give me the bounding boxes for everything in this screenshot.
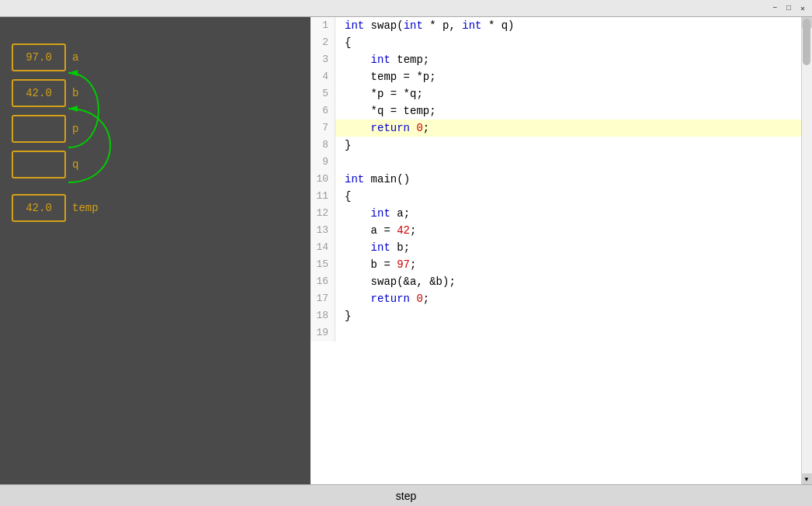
line-num-7: 7 — [311, 120, 335, 137]
left-panel: 97.0 a 42.0 b p q — [0, 17, 311, 484]
var-label-q: q — [72, 158, 78, 171]
var-label-b: b — [72, 87, 78, 99]
line-content-17: return 0; — [335, 290, 812, 307]
code-line-5: 5 *p = *q; — [311, 85, 812, 102]
line-num-12: 12 — [311, 205, 335, 222]
var-row-p: p — [12, 112, 78, 146]
line-num-13: 13 — [311, 222, 335, 239]
code-line-6: 6 *q = temp; — [311, 102, 812, 120]
line-num-18: 18 — [311, 307, 335, 324]
scroll-thumb[interactable] — [803, 19, 810, 65]
line-num-1: 1 — [311, 17, 335, 34]
scroll-down-button[interactable]: ▼ — [801, 473, 812, 484]
var-box-temp: 42.0 — [12, 194, 66, 222]
line-content-4: temp = *p; — [335, 68, 812, 85]
close-button[interactable]: ✕ — [796, 2, 809, 15]
code-line-13: 13 a = 42; — [311, 222, 812, 239]
var-value-a: 97.0 — [26, 51, 52, 64]
variables-area: 97.0 a 42.0 b p q — [12, 40, 78, 183]
maximize-button[interactable]: □ — [783, 2, 795, 15]
line-content-5: *p = *q; — [335, 85, 812, 102]
line-num-15: 15 — [311, 256, 335, 273]
code-line-14: 14 int b; — [311, 239, 812, 256]
line-num-16: 16 — [311, 273, 335, 290]
code-line-19: 19 — [311, 324, 812, 341]
code-line-8: 8 } — [311, 137, 812, 154]
right-panel: 1 int swap(int * p, int * q) 2 { 3 int t… — [311, 17, 812, 484]
var-label-a: a — [72, 51, 78, 64]
line-content-18: } — [335, 307, 812, 324]
var-value-temp: 42.0 — [26, 202, 52, 214]
line-num-8: 8 — [311, 137, 335, 154]
line-content-15: b = 97; — [335, 256, 812, 273]
code-line-17: 17 return 0; — [311, 290, 812, 307]
code-line-12: 12 int a; — [311, 205, 812, 222]
code-line-15: 15 b = 97; — [311, 256, 812, 273]
var-box-p — [12, 115, 66, 143]
line-num-14: 14 — [311, 239, 335, 256]
title-bar: − □ ✕ — [0, 0, 812, 17]
line-content-6: *q = temp; — [335, 102, 812, 120]
code-line-7: 7 return 0; — [311, 120, 812, 137]
code-line-10: 10 int main() — [311, 171, 812, 188]
var-value-b: 42.0 — [26, 87, 52, 99]
var-row-b: 42.0 b — [12, 76, 78, 110]
code-line-16: 16 swap(&a, &b); — [311, 273, 812, 290]
line-content-13: a = 42; — [335, 222, 812, 239]
line-num-4: 4 — [311, 68, 335, 85]
line-content-12: int a; — [335, 205, 812, 222]
var-box-a: 97.0 — [12, 43, 66, 71]
code-area[interactable]: 1 int swap(int * p, int * q) 2 { 3 int t… — [311, 17, 812, 484]
bottom-bar: step — [0, 484, 812, 506]
code-line-9: 9 — [311, 154, 812, 171]
line-content-14: int b; — [335, 239, 812, 256]
line-content-8: } — [335, 137, 812, 154]
line-num-9: 9 — [311, 154, 335, 171]
code-line-18: 18 } — [311, 307, 812, 324]
line-content-9 — [335, 154, 812, 171]
line-content-7: return 0; — [335, 120, 812, 137]
minimize-button[interactable]: − — [769, 2, 781, 15]
var-box-b: 42.0 — [12, 79, 66, 107]
code-line-1: 1 int swap(int * p, int * q) — [311, 17, 812, 34]
line-num-10: 10 — [311, 171, 335, 188]
line-num-5: 5 — [311, 85, 335, 102]
var-label-temp: temp — [72, 202, 99, 214]
main-area: 97.0 a 42.0 b p q — [0, 17, 812, 484]
line-content-10: int main() — [335, 171, 812, 188]
line-num-11: 11 — [311, 188, 335, 205]
var-row-temp: 42.0 temp — [12, 194, 99, 222]
line-content-2: { — [335, 34, 812, 51]
var-label-p: p — [72, 123, 78, 135]
line-num-6: 6 — [311, 102, 335, 120]
step-button[interactable]: step — [380, 488, 432, 504]
line-content-1: int swap(int * p, int * q) — [335, 17, 812, 34]
line-content-11: { — [335, 188, 812, 205]
line-num-19: 19 — [311, 324, 335, 341]
line-num-3: 3 — [311, 51, 335, 68]
code-line-4: 4 temp = *p; — [311, 68, 812, 85]
code-line-2: 2 { — [311, 34, 812, 51]
line-content-19 — [335, 324, 812, 341]
var-row-q: q — [12, 147, 78, 182]
line-num-2: 2 — [311, 34, 335, 51]
var-row-a: 97.0 a — [12, 40, 78, 75]
code-line-11: 11 { — [311, 188, 812, 205]
code-line-3: 3 int temp; — [311, 51, 812, 68]
line-content-3: int temp; — [335, 51, 812, 68]
var-box-q — [12, 151, 66, 178]
line-content-16: swap(&a, &b); — [335, 273, 812, 290]
line-num-17: 17 — [311, 290, 335, 307]
scrollbar[interactable]: ▲ ▼ — [801, 17, 812, 484]
